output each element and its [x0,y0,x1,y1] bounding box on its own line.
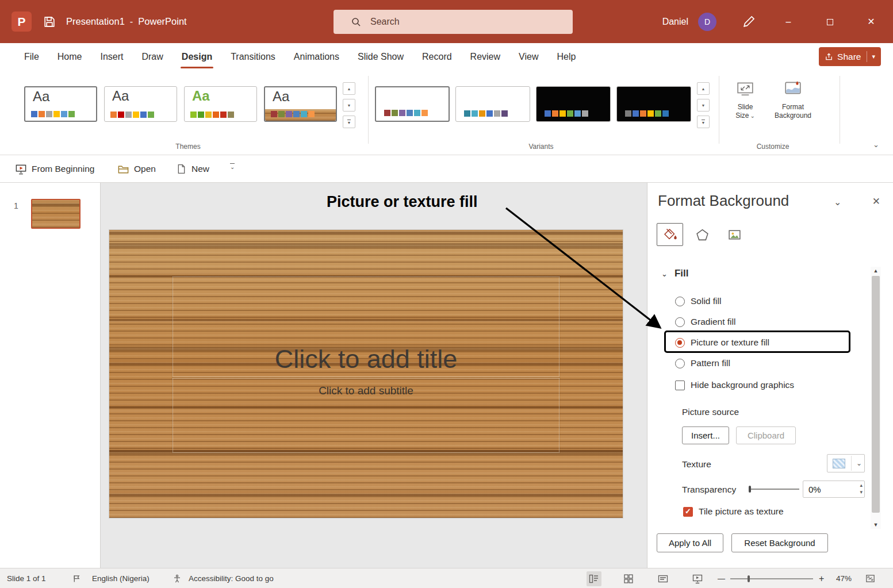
menu-slide-show[interactable]: Slide Show [348,43,413,70]
toolbar-options-icon[interactable]: ⌄ [230,163,235,170]
canvas-area: Click to add title Click to add subtitle [101,183,647,568]
chevron-down-icon[interactable]: ▾ [872,53,875,60]
title-placeholder[interactable]: Click to add title [173,276,559,377]
variant-card-3[interactable] [536,86,611,122]
fill-section-label: Fill [674,268,689,279]
slide-thumbnail[interactable] [31,199,81,229]
slide-size-button[interactable]: Slide Size⌄ [728,79,762,120]
zoom-out-button[interactable]: — [718,568,725,588]
checkbox-hide-background-graphics[interactable]: Hide background graphics [675,378,794,392]
menu-review[interactable]: Review [461,43,509,70]
variant-card-2[interactable] [455,86,530,122]
texture-dropdown[interactable]: ⌄ [827,454,865,472]
share-button[interactable]: Share ▾ [819,47,881,66]
variant-card-4[interactable] [616,86,691,122]
panel-close-icon[interactable]: ✕ [872,195,880,207]
zoom-slider[interactable] [730,574,813,583]
pen-icon[interactable] [741,14,756,29]
variants-group-label: Variants [507,143,576,151]
avatar[interactable]: D [698,13,716,31]
radio-gradient-fill[interactable]: Gradient fill [675,315,735,329]
themes-scroll-up-icon[interactable]: ▲ [343,82,355,95]
themes-scroll-down-icon[interactable]: ▼ [343,99,355,112]
slide-info[interactable]: Slide 1 of 1 [7,568,46,588]
variant-card-1[interactable] [375,86,450,122]
transparency-input[interactable]: 0% ▴ ▾ [803,481,865,498]
open-button[interactable]: Open [117,155,156,183]
slideshow-view-button[interactable] [690,571,705,586]
slide-sorter-view-button[interactable] [621,571,636,586]
tab-picture[interactable] [721,223,748,246]
menu-file[interactable]: File [15,43,48,70]
normal-view-button[interactable] [587,571,601,586]
themes-more-icon[interactable]: ▼ [343,116,355,128]
theme-card-wood[interactable]: Aa [264,86,337,122]
menu-view[interactable]: View [509,43,547,70]
zoom-slider-handle[interactable] [748,575,750,582]
apply-to-all-button[interactable]: Apply to All [657,533,723,552]
slide-canvas[interactable]: Click to add title Click to add subtitle [109,230,623,518]
close-button[interactable]: ✕ [862,0,880,43]
menu-insert[interactable]: Insert [91,43,132,70]
transparency-slider[interactable] [749,484,799,494]
radio-picture-or-texture-fill[interactable]: Picture or texture fill [675,336,769,349]
search-box[interactable]: Search [334,10,573,34]
titlebar: P Presentation1-PowerPoint Search Daniel… [0,0,893,43]
scrollbar[interactable]: ▲ ▼ [871,267,881,529]
reset-background-button[interactable]: Reset Background [731,533,828,552]
menu-record[interactable]: Record [413,43,461,70]
reading-view-button[interactable] [656,571,670,586]
presentation-name: Presentation1 [66,16,125,26]
radio-pattern-fill[interactable]: Pattern fill [675,356,730,370]
panel-collapse-icon[interactable]: ⌄ [834,197,841,207]
menu-design[interactable]: Design [173,43,221,70]
checkbox-tile-picture-as-texture[interactable]: Tile picture as texture [683,505,784,518]
menu-help[interactable]: Help [547,43,585,70]
zoom-in-button[interactable]: + [819,568,824,588]
variants-scroll-up-icon[interactable]: ▲ [697,82,710,95]
variants-scroll-down-icon[interactable]: ▼ [697,99,710,112]
spinner-up-icon[interactable]: ▴ [860,482,863,489]
theme-card-2[interactable]: Aa [104,86,177,122]
minimize-button[interactable]: – [779,0,798,43]
tab-fill[interactable] [657,223,683,246]
scroll-down-icon[interactable]: ▼ [871,522,881,528]
subtitle-placeholder[interactable]: Click to add subtitle [173,378,559,453]
language-status[interactable]: English (Nigeria) [92,568,150,588]
accessibility-status[interactable]: Accessibility: Good to go [189,568,274,588]
theme-aa-sample: Aa [33,89,49,105]
group-divider [840,76,840,144]
powerpoint-logo-icon[interactable]: P [12,11,32,32]
fit-to-window-icon[interactable] [865,573,876,586]
customize-group-label: Customize [738,143,807,151]
scroll-up-icon[interactable]: ▲ [871,268,881,274]
menu-draw[interactable]: Draw [132,43,172,70]
new-button[interactable]: New [176,155,209,183]
menu-animations[interactable]: Animations [285,43,348,70]
fill-section-header[interactable]: ⌄ Fill [661,268,688,279]
reading-view-icon [657,573,669,585]
insert-button[interactable]: Insert... [682,426,729,444]
user-name[interactable]: Daniel [662,0,688,43]
menu-transitions[interactable]: Transitions [221,43,285,70]
format-background-button[interactable]: Format Background [767,79,819,120]
from-beginning-button[interactable]: From Beginning [15,155,94,183]
radio-solid-fill[interactable]: Solid fill [675,294,721,308]
scrollbar-thumb[interactable] [872,276,880,513]
tab-effects[interactable] [689,223,715,246]
zoom-level[interactable]: 47% [836,568,852,588]
theme-card-office[interactable]: Aa [24,86,97,122]
maximize-icon [827,19,833,25]
spinner-up-down[interactable]: ▴ ▾ [860,482,863,495]
maximize-button[interactable] [821,0,839,43]
menu-home[interactable]: Home [48,43,91,70]
slider-handle[interactable] [749,486,751,493]
proofing-flag-icon[interactable] [72,574,81,585]
save-icon[interactable] [43,15,56,29]
theme-card-facet[interactable]: Aa [184,86,257,122]
theme-palette [190,112,234,118]
collapse-ribbon-icon[interactable]: ⌄ [873,140,879,149]
radio-icon [675,338,685,348]
variants-more-icon[interactable]: ▼ [697,116,710,128]
spinner-down-icon[interactable]: ▾ [860,489,863,495]
